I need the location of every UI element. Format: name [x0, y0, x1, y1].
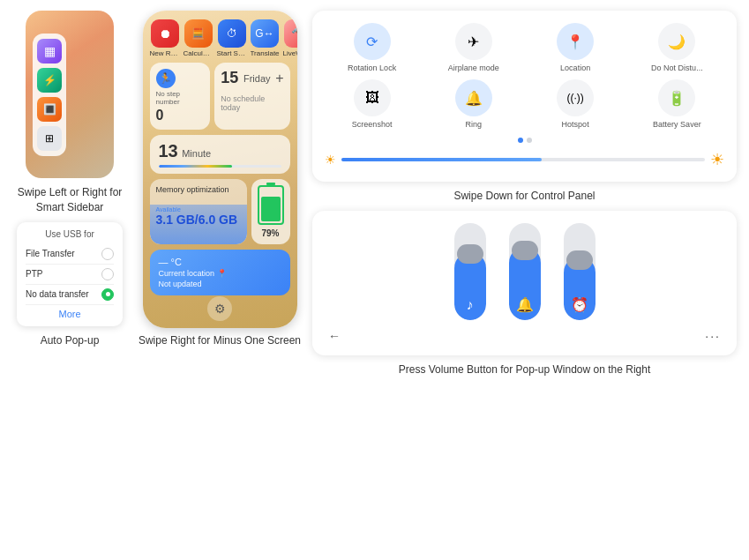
app-icon-recorder[interactable]: ⏺ New Rec... — [150, 19, 180, 57]
ctrl-icon-ring[interactable]: 🔔 — [455, 79, 492, 116]
vol-track-alarm[interactable]: ⏰ — [564, 223, 595, 320]
sidebar-app-icon-3[interactable]: ⊞ — [37, 126, 62, 151]
app-label-stop: Start Sto... — [217, 49, 247, 57]
dot-1 — [518, 138, 523, 143]
ctrl-label-airplane: Airplane mode — [448, 63, 499, 72]
sidebar-app-icon-1[interactable]: ⚡ — [37, 68, 62, 93]
ctrl-label-hotspot: Hotspot — [562, 120, 589, 129]
vol-slider-media: ♪ — [448, 223, 492, 320]
vol-icon-music: ♪ — [467, 297, 474, 313]
app-label-translate: Translate — [251, 49, 280, 57]
radio-ptp[interactable] — [101, 268, 114, 280]
weather-updated: Not updated — [159, 280, 281, 288]
battery-icon — [258, 185, 284, 225]
step-run-icon: 🏃 — [156, 69, 176, 88]
ctrl-icon-screenshot[interactable]: 🖼 — [354, 79, 391, 116]
ctrl-icon-rotation[interactable]: ⟳ — [354, 23, 391, 60]
step-widget: 🏃 No stepnumber 0 — [150, 63, 211, 130]
ctrl-label-screenshot: Screenshot — [352, 120, 393, 129]
ctrl-screenshot: 🖼 Screenshot — [325, 79, 419, 129]
memory-available-label: Available — [156, 206, 241, 213]
weather-degree: °C — [171, 257, 182, 267]
auto-popup-caption: Auto Pop-up — [41, 333, 100, 348]
app-label-wall: LiveWallp... — [283, 49, 297, 57]
brightness-low-icon: ☀ — [325, 153, 336, 167]
auto-popup-box: Use USB for File Transfer PTP No data tr… — [17, 222, 123, 326]
minutes-value: 13 — [159, 141, 178, 161]
control-icons-grid: ⟳ Rotation Lock ✈ Airplane mode 📍 Locati… — [325, 23, 724, 129]
app-icon-img-recorder: ⏺ — [151, 19, 179, 48]
app-icon-calculator[interactable]: 🧮 Calculator — [184, 19, 213, 57]
right-section: ⟳ Rotation Lock ✈ Airplane mode 📍 Locati… — [312, 11, 737, 377]
app-icon-img-stop: ⏱ — [218, 19, 246, 48]
vol-icon-ring: 🔔 — [516, 296, 534, 313]
vol-thumb-media[interactable] — [457, 244, 483, 264]
vol-track-media[interactable]: ♪ — [454, 223, 486, 320]
step-label: No stepnumber — [156, 90, 205, 106]
calendar-widget: 15 Friday + No schedule today — [214, 63, 289, 130]
brightness-high-icon: ☀ — [710, 150, 724, 169]
weather-widget: — °C Current location 📍 Not updated — [150, 250, 290, 295]
brightness-fill — [341, 158, 542, 161]
app-icon-wallpaper[interactable]: 🔨 LiveWallp... — [283, 19, 297, 57]
cal-add-icon[interactable]: + — [275, 71, 283, 86]
volume-caption: Press Volume Button for Pop-up Window on… — [312, 362, 737, 377]
ctrl-label-dnd: Do Not Distu... — [651, 63, 703, 72]
dot-2 — [527, 138, 532, 143]
ctrl-dnd: 🌙 Do Not Distu... — [630, 23, 724, 72]
ctrl-location: 📍 Location — [528, 23, 623, 72]
app-icon-stopwatch[interactable]: ⏱ Start Sto... — [217, 19, 247, 57]
ctrl-icon-airplane[interactable]: ✈ — [455, 23, 492, 60]
vol-thumb-ring[interactable] — [512, 241, 538, 260]
app-icon-translate[interactable]: G↔ Translate — [251, 19, 280, 57]
step-calendar-row: 🏃 No stepnumber 0 15 Friday + No schedul… — [150, 63, 290, 130]
radio-file-transfer[interactable] — [101, 248, 114, 260]
ctrl-icon-battery-saver[interactable]: 🔋 — [658, 79, 695, 116]
minus-one-caption: Swipe Right for Minus One Screen — [139, 333, 301, 348]
vol-back-icon[interactable]: ← — [328, 329, 341, 343]
brightness-track[interactable] — [341, 158, 705, 161]
vol-slider-alarm: ⏰ — [558, 223, 602, 320]
sidebar-app-icon-2[interactable]: 🔳 — [37, 97, 62, 122]
radio-no-data[interactable] — [101, 288, 114, 301]
popup-row-file-transfer: File Transfer — [26, 244, 114, 265]
popup-row-no-data: No data transfer — [26, 285, 114, 305]
ctrl-label-battery-saver: Battery Saver — [653, 120, 701, 129]
vol-thumb-alarm[interactable] — [566, 250, 593, 270]
control-panel-box: ⟳ Rotation Lock ✈ Airplane mode 📍 Locati… — [312, 11, 737, 182]
sidebar-caption: Swipe Left or Right for Smart Sidebar — [12, 185, 127, 215]
ctrl-icon-dnd[interactable]: 🌙 — [658, 23, 695, 60]
control-panel-caption: Swipe Down for Control Panel — [312, 189, 737, 204]
vol-more-icon[interactable]: ··· — [705, 329, 721, 343]
vol-track-ring[interactable]: 🔔 — [509, 223, 541, 320]
memory-widget: Memory optimization Available 3.1 GB/6.0… — [150, 179, 247, 244]
popup-row-label: File Transfer — [26, 249, 75, 258]
ctrl-label-ring: Ring — [466, 120, 483, 129]
memory-title: Memory optimization — [156, 185, 241, 194]
phone-minus-one-mockup: ⏺ New Rec... 🧮 Calculator ⏱ Start Sto... — [143, 11, 297, 328]
vol-slider-ring: 🔔 — [503, 223, 547, 320]
ctrl-icon-hotspot[interactable]: ((·)) — [557, 79, 594, 116]
minutes-widget: 13 Minute — [150, 135, 290, 174]
weather-location: Current location 📍 — [159, 269, 281, 278]
popup-row-ptp: PTP — [26, 265, 114, 285]
minus-one-section: ⏺ New Rec... 🧮 Calculator ⏱ Start Sto... — [136, 11, 303, 348]
ctrl-ring: 🔔 Ring — [426, 79, 521, 129]
step-number: 0 — [156, 108, 205, 123]
battery-percent: 79% — [261, 228, 279, 238]
gear-button[interactable]: ⚙ — [207, 296, 232, 321]
cal-schedule: No schedule today — [221, 94, 283, 112]
ctrl-icon-location[interactable]: 📍 — [557, 23, 594, 60]
popup-row-label-ptp: PTP — [26, 269, 42, 279]
app-icon-img-translate: G↔ — [251, 19, 279, 48]
battery-widget: 79% — [251, 179, 290, 244]
popup-more-link[interactable]: More — [26, 309, 114, 319]
sidebar-app-icon-0[interactable]: ▦ — [37, 39, 62, 63]
cal-date: 15 — [221, 69, 238, 87]
main-container: ▦ ⚡ 🔳 ⊞ Swipe Left or Right for Smart Si… — [0, 0, 749, 388]
cal-header: 15 Friday + — [221, 69, 283, 87]
app-icons-row: ⏺ New Rec... 🧮 Calculator ⏱ Start Sto... — [150, 19, 290, 57]
app-label-recorder: New Rec... — [150, 49, 180, 57]
ctrl-label-location: Location — [560, 63, 590, 72]
vol-bottom-row: ← ··· — [325, 329, 724, 343]
